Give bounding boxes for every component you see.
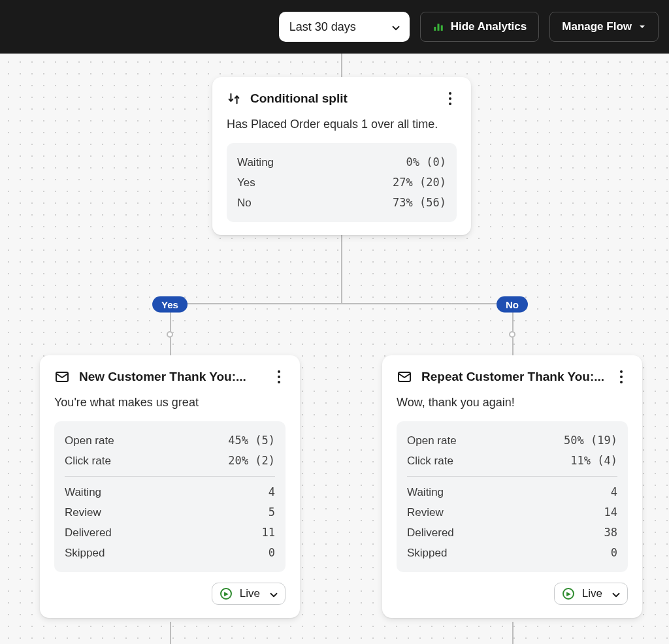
manage-flow-label: Manage Flow (562, 20, 632, 33)
stat-row: Click rate 20% (2) (65, 451, 275, 471)
divider (65, 476, 275, 477)
stat-row: Open rate 45% (5) (65, 430, 275, 451)
connector (341, 235, 342, 303)
card-menu-button[interactable] (615, 368, 628, 385)
stat-value: 4 (269, 485, 275, 498)
email-subject: Wow, thank you again! (397, 396, 628, 410)
stat-value: 5 (269, 506, 275, 519)
svg-rect-1 (437, 24, 439, 31)
stat-label: Skipped (407, 547, 447, 560)
stat-value: 14 (604, 506, 617, 519)
caret-down-icon (638, 23, 646, 31)
connector (170, 303, 512, 304)
stat-label: Review (407, 506, 444, 519)
email-card-right[interactable]: Repeat Customer Thank You:... Wow, thank… (382, 355, 642, 618)
hide-analytics-label: Hide Analytics (451, 20, 527, 33)
stat-value: 11% (4) (570, 454, 617, 467)
stat-value: 20% (2) (228, 454, 275, 467)
stat-label: Open rate (65, 434, 114, 447)
stat-label: No (237, 197, 252, 210)
stat-label: Skipped (65, 547, 105, 560)
email-subject: You're what makes us great (54, 396, 286, 410)
status-row: Live (54, 583, 286, 605)
svg-rect-2 (440, 25, 442, 31)
stat-value: 73% (56) (393, 196, 446, 209)
status-label: Live (582, 587, 602, 600)
card-header: New Customer Thank You:... (54, 368, 286, 385)
stat-value: 27% (20) (393, 176, 446, 189)
analytics-icon (432, 21, 444, 33)
branch-label-yes: Yes (152, 297, 188, 313)
stat-label: Delivered (65, 526, 112, 539)
email-stats: Open rate 45% (5) Click rate 20% (2) Wai… (54, 421, 286, 572)
connector (341, 54, 342, 77)
stat-row: Delivered 11 (65, 523, 275, 543)
stat-label: Click rate (65, 455, 111, 468)
stat-value: 45% (5) (228, 434, 275, 447)
card-header: Repeat Customer Thank You:... (397, 368, 628, 385)
stat-label: Waiting (65, 486, 101, 499)
manage-flow-button[interactable]: Manage Flow (549, 12, 659, 42)
divider (407, 476, 617, 477)
conditional-split-card[interactable]: Conditional split Has Placed Order equal… (212, 77, 471, 235)
stat-row: Click rate 11% (4) (407, 451, 617, 471)
stat-value: 50% (19) (564, 434, 617, 447)
connector-joint (167, 331, 173, 338)
stat-value: 0 (611, 546, 617, 559)
stat-value: 11 (262, 526, 275, 539)
stat-row: No 73% (56) (237, 193, 446, 213)
connector-joint (509, 331, 515, 338)
hide-analytics-button[interactable]: Hide Analytics (420, 12, 540, 42)
status-row: Live (397, 583, 628, 605)
card-menu-button[interactable] (444, 90, 457, 107)
topbar: Last 30 days Hide Analytics Manage Flow (0, 0, 669, 54)
stat-value: 0% (0) (399, 155, 446, 169)
split-condition: Has Placed Order equals 1 over all time. (227, 118, 457, 131)
chevron-down-icon (268, 589, 277, 598)
branch-label-no: No (497, 297, 528, 313)
stat-label: Yes (237, 176, 255, 189)
live-icon (220, 588, 232, 600)
stat-label: Delivered (407, 526, 454, 539)
status-label: Live (240, 587, 260, 600)
email-stats: Open rate 50% (19) Click rate 11% (4) Wa… (397, 421, 628, 572)
mail-icon (54, 369, 70, 385)
stat-label: Click rate (407, 455, 453, 468)
date-range-select[interactable]: Last 30 days (279, 12, 410, 42)
stat-value: 38 (604, 526, 617, 539)
card-title: Conditional split (250, 91, 434, 106)
card-header: Conditional split (227, 90, 457, 107)
stat-label: Waiting (237, 156, 274, 169)
stat-row: Skipped 0 (407, 543, 617, 563)
connector (512, 622, 514, 644)
stat-row: Review 14 (407, 502, 617, 523)
card-title: New Customer Thank You:... (79, 370, 263, 384)
stat-row: Skipped 0 (65, 543, 275, 563)
status-select[interactable]: Live (212, 583, 286, 605)
status-select[interactable]: Live (554, 583, 628, 605)
stat-label: Open rate (407, 434, 457, 447)
stat-row: Review 5 (65, 502, 275, 523)
stat-row: Open rate 50% (19) (407, 430, 617, 451)
stat-row: Waiting 4 (407, 482, 617, 502)
split-stats: Waiting 0% (0) Yes 27% (20) No 73% (56) (227, 143, 457, 222)
stat-value: 0 (269, 546, 275, 559)
stat-label: Review (65, 506, 101, 519)
date-range-label: Last 30 days (289, 20, 356, 34)
mail-icon (397, 369, 412, 385)
connector (170, 622, 171, 644)
flow-canvas[interactable]: Yes No Conditional split Has Placed Orde… (0, 54, 669, 644)
card-title: Repeat Customer Thank You:... (421, 370, 606, 384)
stat-row: Waiting 0% (0) (237, 152, 446, 172)
stat-row: Delivered 38 (407, 523, 617, 543)
chevron-down-icon (390, 22, 399, 31)
stat-row: Yes 27% (20) (237, 172, 446, 193)
stat-value: 4 (611, 485, 617, 498)
svg-rect-0 (434, 27, 436, 31)
stat-label: Waiting (407, 486, 444, 499)
card-menu-button[interactable] (272, 368, 286, 385)
split-icon (227, 91, 241, 106)
live-icon (563, 588, 574, 600)
email-card-left[interactable]: New Customer Thank You:... You're what m… (40, 355, 300, 618)
stat-row: Waiting 4 (65, 482, 275, 502)
